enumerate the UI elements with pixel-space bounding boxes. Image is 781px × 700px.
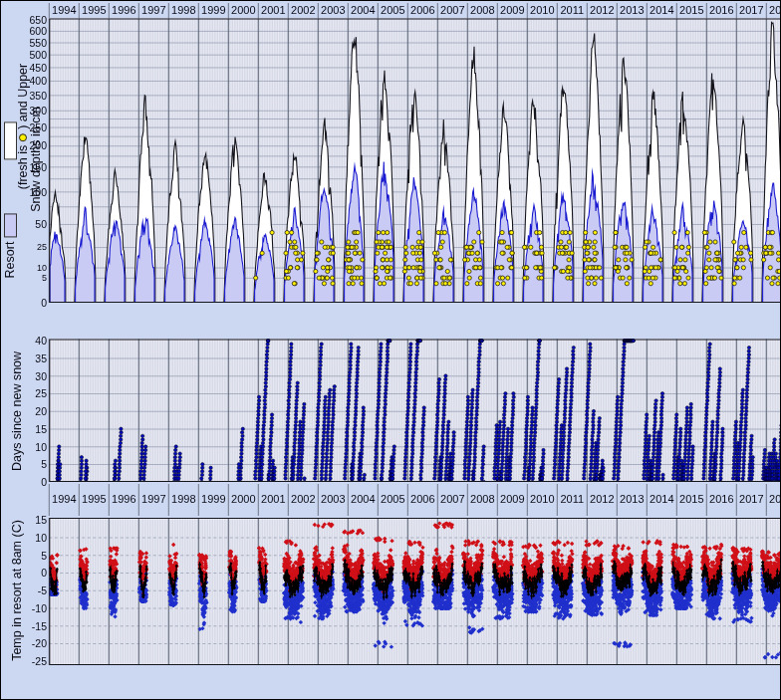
- chart-canvas: [1, 1, 781, 700]
- snow-history-chart: Resort (fresh is ) and Upper Snow depths…: [0, 0, 781, 700]
